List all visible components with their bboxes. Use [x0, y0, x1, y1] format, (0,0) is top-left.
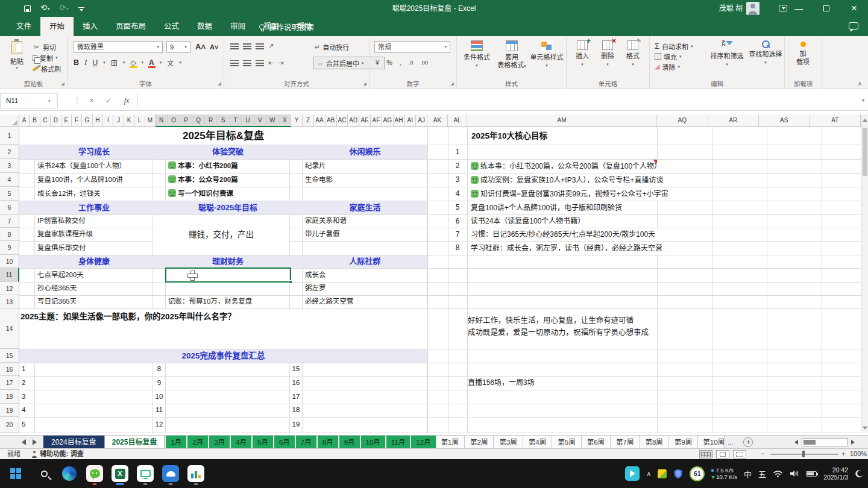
cell[interactable] [303, 187, 427, 201]
column-header-AM[interactable]: AM [467, 114, 657, 127]
cell[interactable] [303, 241, 427, 255]
summary-number[interactable]: 4 [19, 404, 35, 417]
percent-button[interactable]: % [386, 59, 392, 66]
enter-icon[interactable]: ✓ [101, 93, 116, 108]
cell[interactable] [35, 376, 153, 390]
cell[interactable] [19, 295, 35, 308]
battery-icon[interactable] [806, 471, 817, 477]
sheet-tab-4月[interactable]: 4月 [231, 436, 251, 449]
tray-expand-icon[interactable]: ∧ [646, 470, 651, 478]
section-header[interactable]: 理财财务 [166, 255, 290, 268]
taskbar-recorder-button[interactable] [134, 461, 157, 486]
cell[interactable] [290, 173, 303, 187]
increase-indent-icon[interactable]: ⇥ [278, 59, 283, 67]
cell[interactable] [303, 363, 427, 376]
sheet-nav-right-icon[interactable] [33, 439, 37, 445]
column-header-O[interactable]: O [168, 114, 180, 127]
taskbar-search-button[interactable] [33, 461, 55, 486]
row-header-18[interactable]: 18 [0, 390, 19, 404]
delete-cells-button[interactable]: 删除▾ [596, 40, 620, 68]
underline-button[interactable]: U [92, 58, 98, 67]
addins-button[interactable]: 加 载项 [791, 40, 815, 66]
tray-app-icon[interactable] [658, 469, 667, 478]
cell-styles-button[interactable]: 单元格样式▾ [529, 40, 564, 69]
summary-number[interactable]: 15 [290, 363, 303, 376]
cell[interactable] [166, 390, 290, 404]
merged-goal-cell[interactable]: 赚钱，交付，产出 [153, 214, 290, 255]
row-header-1[interactable]: 1 [0, 127, 19, 145]
align-left-icon[interactable] [230, 60, 239, 66]
normal-view-button[interactable] [699, 450, 712, 458]
cell[interactable]: 成长会12讲，过钱关 [35, 187, 153, 201]
cut-button[interactable]: ✂剪切 [33, 42, 61, 52]
account-name[interactable]: 茂聪 胡 [719, 0, 743, 17]
column-header-E[interactable]: E [61, 114, 72, 127]
formula-input[interactable] [137, 93, 856, 108]
shield-icon[interactable] [673, 469, 683, 479]
sheet-nav-left-icon[interactable] [22, 439, 26, 445]
insert-cells-button[interactable]: 插入▾ [570, 40, 594, 68]
vertical-scroll-thumb[interactable] [863, 128, 867, 176]
select-all-corner[interactable] [0, 114, 19, 127]
cell[interactable] [303, 417, 427, 433]
column-header-Z[interactable]: Z [303, 114, 314, 127]
cell[interactable]: 本事：小红书200篇 [166, 159, 290, 173]
copy-button[interactable]: 复制▾ [33, 52, 61, 63]
page-layout-view-button[interactable] [716, 450, 729, 458]
shrink-font-button[interactable]: A˅ [210, 43, 218, 51]
bold-button[interactable]: B [74, 58, 79, 67]
column-header-AH[interactable]: AH [394, 114, 405, 127]
accessibility-status[interactable]: 辅助功能: 调查 [31, 449, 84, 459]
align-middle-icon[interactable] [243, 43, 251, 49]
tell-me-search[interactable]: 操作说明搜索 [259, 17, 314, 36]
security-score-badge[interactable]: 61 [690, 466, 705, 481]
column-header-J[interactable]: J [113, 114, 124, 127]
sheet-tab-7月[interactable]: 7月 [296, 436, 316, 449]
cell[interactable] [19, 241, 35, 255]
cell[interactable] [166, 417, 290, 433]
right-note[interactable]: 好好工作，快乐生活，用心复盘，让生命有迹可循成功既是爱，爱是一切原动力，祝福所有… [468, 315, 649, 339]
summary-number[interactable]: 8 [153, 363, 166, 376]
hscroll-left-icon[interactable] [794, 440, 798, 445]
column-header-D[interactable]: D [51, 114, 61, 127]
conditional-formatting-button[interactable]: 条件格式▾ [459, 40, 494, 69]
sheet-tab-3月[interactable]: 3月 [209, 436, 230, 449]
sheet-tab-12月[interactable]: 12月 [411, 436, 435, 449]
cell[interactable] [19, 173, 35, 187]
row-header-10[interactable]: 10 [0, 255, 19, 268]
row-header-15[interactable]: 15 [0, 349, 19, 363]
row-header-3[interactable]: 3 [0, 159, 19, 173]
right-panel-title[interactable]: 2025年10大核心目标 [468, 127, 547, 145]
summary-number[interactable]: 2 [19, 376, 35, 390]
goal-number[interactable]: 3 [448, 173, 467, 187]
cell[interactable] [290, 187, 303, 201]
row-header-5[interactable]: 5 [0, 187, 19, 201]
theme-question[interactable]: 2025主题：如果生活像一部电影，你的2025年叫什么名字？ [20, 310, 236, 324]
column-header-H[interactable]: H [93, 114, 103, 127]
column-header-AJ[interactable]: AJ [416, 114, 427, 127]
scroll-up-icon[interactable] [863, 119, 867, 122]
goal-number[interactable]: 7 [448, 228, 467, 241]
align-top-icon[interactable] [230, 43, 239, 49]
cell[interactable]: 家庭关系和谐 [303, 214, 427, 228]
font-size-select[interactable]: 9▾ [166, 41, 190, 53]
row-header-13[interactable]: 13 [0, 295, 19, 308]
moon-icon[interactable] [855, 469, 863, 478]
goal-number[interactable]: 5 [448, 201, 467, 214]
summary-number[interactable]: 3 [19, 390, 35, 404]
cell[interactable] [19, 282, 35, 295]
row-header-11[interactable]: 11 [0, 268, 19, 282]
tray-clock[interactable]: 20:42 2025/1/3 [823, 466, 848, 481]
cell[interactable] [35, 404, 153, 417]
column-header-W[interactable]: W [266, 114, 278, 127]
cell[interactable]: 复盘100讲，个人品牌100讲 [35, 173, 153, 187]
minimize-button[interactable]: — [785, 0, 813, 17]
sheet-tab-第8周[interactable]: 第8周 [640, 436, 668, 449]
column-header-V[interactable]: V [254, 114, 266, 127]
cell[interactable] [153, 295, 166, 308]
align-right-icon[interactable] [256, 60, 264, 66]
row-header-2[interactable]: 2 [0, 145, 19, 159]
section-header[interactable]: 休闲娱乐 [303, 145, 427, 159]
row-header-12[interactable]: 12 [0, 282, 19, 295]
sheet-tab-第6周[interactable]: 第6周 [582, 436, 611, 449]
